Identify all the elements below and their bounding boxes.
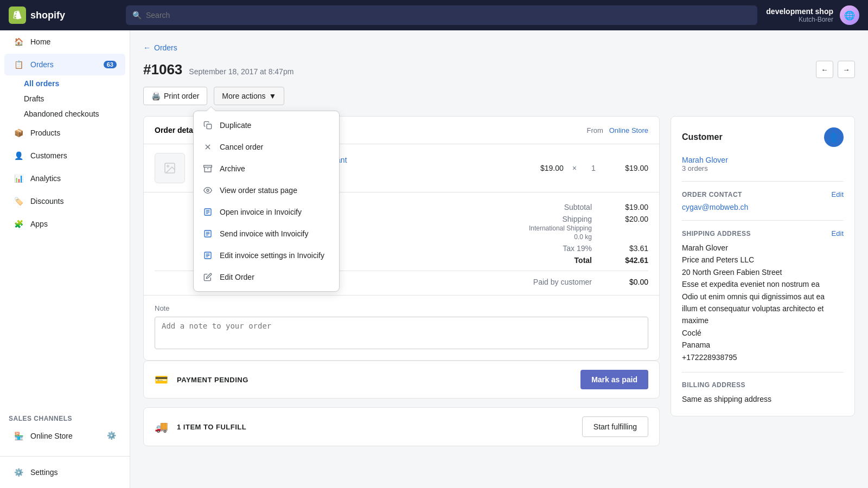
sidebar-item-analytics[interactable]: 📊 Analytics (4, 168, 125, 189)
home-icon: 🏠 (13, 36, 24, 47)
product-total: $19.00 (610, 164, 648, 172)
order-title-group: #1063 September 18, 2017 at 8:47pm (143, 61, 293, 78)
svg-point-10 (167, 165, 169, 167)
invoice-icon (202, 207, 213, 217)
product-qty: 1 (585, 164, 602, 172)
truck-icon: 🚚 (155, 420, 168, 433)
search-icon: 🔍 (132, 11, 142, 20)
sidebar-item-products[interactable]: 📦 Products (4, 122, 125, 144)
shipping-edit-link[interactable]: Edit (832, 229, 844, 237)
note-input[interactable] (155, 317, 648, 349)
contact-email[interactable]: cygav@mobweb.ch (682, 203, 844, 211)
customer-card: Customer 👤 Marah Glover 3 orders ORDER C… (671, 116, 855, 416)
sidebar-item-discounts[interactable]: 🏷️ Discounts (4, 190, 125, 212)
print-order-button[interactable]: 🖨️ Print order (143, 87, 207, 105)
dropdown-item-edit-invoice-settings[interactable]: Edit invoice settings in Invoicify (194, 245, 339, 266)
shipping-label: Shipping International Shipping 0.0 kg (494, 215, 592, 241)
shipping-address-label: SHIPPING ADDRESS (682, 230, 751, 237)
product-image (155, 153, 185, 183)
price-qty-separator: × (572, 164, 577, 172)
note-label: Note (155, 304, 648, 312)
sidebar-item-settings[interactable]: ⚙️ Settings (4, 461, 125, 483)
discounts-icon: 🏷️ (13, 196, 24, 207)
breadcrumb[interactable]: ← Orders (143, 43, 855, 52)
shop-name: development shop (766, 7, 833, 16)
dropdown-item-open-invoice[interactable]: Open invoice in Invoicify (194, 201, 339, 223)
add-channel-icon: ⚙️ (107, 431, 117, 441)
dropdown-item-view-status[interactable]: View order status page (194, 179, 339, 201)
sidebar-item-all-orders[interactable]: All orders (24, 76, 130, 91)
online-store-label: Online Store (30, 432, 73, 440)
contact-edit-link[interactable]: Edit (832, 190, 844, 198)
subtotal-val: $19.00 (605, 203, 648, 211)
start-fulfilling-button[interactable]: Start fulfilling (582, 416, 648, 437)
mark-as-paid-button[interactable]: Mark as paid (580, 370, 648, 389)
order-header: #1063 September 18, 2017 at 8:47pm ← → (143, 61, 855, 78)
sidebar-item-customers[interactable]: 👤 Customers (4, 145, 125, 166)
tax-label: Tax 19% (494, 244, 592, 253)
sidebar-item-abandoned[interactable]: Abandoned checkouts (24, 106, 130, 121)
sidebar-bottom: ⚙️ Settings (0, 456, 130, 488)
dropdown-item-send-invoice[interactable]: Send invoice with Invoicify (194, 223, 339, 245)
from-label: From (587, 126, 603, 134)
cancel-label: Cancel order (220, 143, 263, 151)
search-bar[interactable]: 🔍 (126, 5, 757, 25)
more-actions-button[interactable]: More actions ▼ (214, 87, 284, 105)
shipping-address: Marah Glover Price and Peters LLC 20 Nor… (682, 242, 844, 363)
fulfill-count-label: 1 ITEM TO FULFILL (177, 423, 573, 431)
shopify-logo: shopify (9, 7, 117, 24)
dropdown-item-archive[interactable]: Archive (194, 158, 339, 179)
customer-name[interactable]: Marah Glover (682, 156, 844, 164)
edit-invoice-settings-label: Edit invoice settings in Invoicify (220, 251, 324, 260)
shop-info: development shop Kutch-Borer (766, 7, 833, 23)
orders-badge: 63 (104, 61, 117, 68)
view-status-label: View order status page (220, 186, 297, 195)
analytics-icon: 📊 (13, 173, 24, 184)
avatar: 🌐 (840, 5, 859, 25)
topbar-right: development shop Kutch-Borer 🌐 (766, 5, 859, 25)
send-invoice-icon (202, 228, 213, 239)
customer-orders: 3 orders (682, 164, 844, 172)
paid-val: $0.00 (605, 278, 648, 286)
open-invoice-label: Open invoice in Invoicify (220, 208, 302, 216)
sidebar-item-online-store[interactable]: 🏪 Online Store ⚙️ (4, 425, 125, 447)
billing-address-label: BILLING ADDRESS (682, 381, 745, 389)
next-order-button[interactable]: → (838, 61, 855, 78)
total-label: Total (494, 256, 592, 265)
dropdown-item-duplicate[interactable]: Duplicate (194, 114, 339, 136)
shipping-section-row: SHIPPING ADDRESS Edit (682, 229, 844, 237)
duplicate-icon (202, 120, 213, 131)
sidebar-item-home[interactable]: 🏠 Home (4, 31, 125, 53)
billing-address: Same as shipping address (682, 393, 844, 405)
orders-sub-nav: All orders Drafts Abandoned checkouts (0, 76, 130, 121)
customer-header: Customer 👤 (682, 127, 844, 147)
sidebar: 🏠 Home 📋 Orders 63 All orders Drafts Aba… (0, 30, 130, 488)
dropdown-item-cancel[interactable]: Cancel order (194, 136, 339, 158)
sidebar-item-apps[interactable]: 🧩 Apps (4, 213, 125, 235)
prev-order-button[interactable]: ← (816, 61, 833, 78)
settings-icon: ⚙️ (13, 467, 24, 478)
sidebar-item-drafts[interactable]: Drafts (24, 91, 130, 106)
billing-section-row: BILLING ADDRESS (682, 381, 844, 389)
archive-icon (202, 163, 213, 174)
total-val: $42.61 (605, 256, 648, 265)
fulfill-card: 🚚 1 ITEM TO FULFILL Start fulfilling (143, 407, 660, 446)
duplicate-label: Duplicate (220, 121, 251, 130)
note-section: Note (144, 295, 659, 360)
archive-label: Archive (220, 164, 245, 173)
dropdown-item-edit-order[interactable]: Edit Order (194, 266, 339, 288)
payment-pending-label: PAYMENT PENDING (177, 376, 572, 384)
send-invoice-label: Send invoice with Invoicify (220, 229, 308, 238)
shipping-val: $20.00 (605, 215, 648, 241)
orders-label: Orders (30, 60, 54, 69)
store-name: Online Store (609, 126, 648, 134)
products-label: Products (30, 129, 60, 137)
search-input[interactable] (146, 11, 751, 20)
sales-channels-label: SALES CHANNELS (0, 406, 130, 425)
customers-icon: 👤 (13, 150, 24, 161)
more-actions-dropdown: Duplicate Cancel order Archive (193, 111, 340, 292)
more-actions-label: More actions (222, 92, 265, 100)
from-store: From Online Store (587, 126, 648, 134)
svg-point-5 (207, 189, 209, 191)
sidebar-item-orders[interactable]: 📋 Orders 63 (4, 54, 125, 75)
